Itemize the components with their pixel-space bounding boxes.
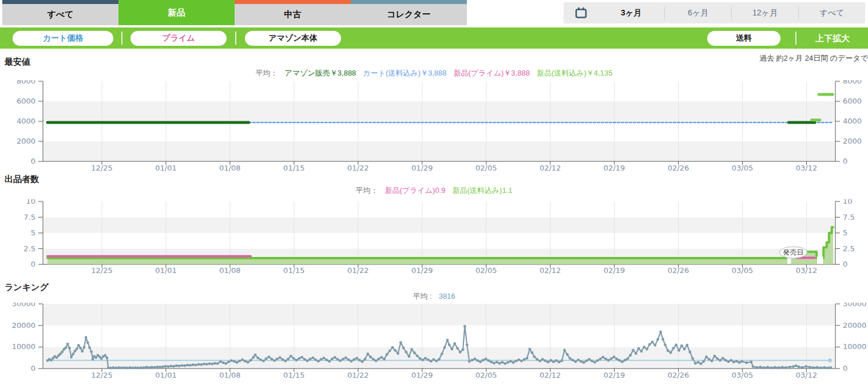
svg-text:01/08: 01/08 bbox=[219, 266, 240, 275]
svg-text:02/26: 02/26 bbox=[668, 164, 689, 172]
range-3-months[interactable]: 3ヶ月 bbox=[598, 2, 664, 23]
svg-text:6000: 6000 bbox=[17, 97, 35, 105]
legend-item: 平均 : bbox=[413, 292, 431, 300]
prime-button[interactable]: プライム bbox=[130, 31, 227, 46]
svg-text:02/19: 02/19 bbox=[604, 266, 625, 275]
tab-label: すべて bbox=[2, 4, 118, 25]
tab-label: 中古 bbox=[235, 4, 351, 25]
sellers-chart-title: 出品者数 bbox=[5, 174, 39, 185]
svg-text:0: 0 bbox=[31, 157, 35, 165]
tab-label: 新品 bbox=[118, 0, 235, 25]
svg-text:発売日: 発売日 bbox=[782, 248, 803, 256]
svg-text:30000: 30000 bbox=[12, 303, 35, 308]
tab-collector[interactable]: コレクター bbox=[351, 0, 467, 25]
legend-item: 新品(プライム)0.9 bbox=[385, 186, 446, 195]
svg-text:7.5: 7.5 bbox=[843, 213, 855, 221]
svg-text:02/05: 02/05 bbox=[475, 164, 497, 172]
sellers-chart[interactable]: 12/2501/0101/0801/1501/2201/2902/0502/12… bbox=[0, 199, 868, 276]
svg-text:0: 0 bbox=[843, 364, 847, 373]
svg-text:10: 10 bbox=[26, 199, 35, 205]
amazon-button[interactable]: アマゾン本体 bbox=[245, 31, 341, 46]
price-chart-averages: 平均：アマゾン販売￥3,888カート(送料込み)￥3,888新品(プライム)￥3… bbox=[0, 68, 868, 78]
svg-text:12/25: 12/25 bbox=[91, 371, 112, 379]
separator bbox=[795, 31, 796, 45]
svg-text:10000: 10000 bbox=[12, 342, 35, 351]
tab-new[interactable]: 新品 bbox=[118, 0, 235, 25]
svg-text:8000: 8000 bbox=[17, 80, 35, 85]
svg-text:02/05: 02/05 bbox=[475, 371, 497, 379]
svg-text:02/05: 02/05 bbox=[475, 266, 497, 275]
range-12-months[interactable]: 12ヶ月 bbox=[732, 2, 798, 23]
legend-item: 3816 bbox=[439, 292, 455, 300]
svg-text:0: 0 bbox=[843, 260, 847, 268]
svg-text:5: 5 bbox=[31, 228, 35, 237]
svg-text:01/01: 01/01 bbox=[155, 164, 176, 172]
svg-text:02/12: 02/12 bbox=[540, 164, 561, 172]
svg-text:5: 5 bbox=[843, 228, 847, 237]
legend-item: 平均： bbox=[256, 69, 278, 77]
legend-item: 平均： bbox=[356, 186, 378, 195]
cart-price-button[interactable]: カート価格 bbox=[13, 31, 113, 46]
svg-text:2.5: 2.5 bbox=[843, 244, 855, 253]
tab-accent-strip bbox=[351, 0, 467, 4]
separator bbox=[235, 31, 236, 45]
svg-text:03/12: 03/12 bbox=[796, 266, 817, 275]
ranking-chart[interactable]: 12/2501/0101/0801/1501/2201/2902/0502/12… bbox=[0, 303, 868, 384]
svg-text:03/05: 03/05 bbox=[732, 266, 753, 275]
price-chart[interactable]: 12/2501/0101/0801/1501/2201/2902/0502/12… bbox=[0, 80, 868, 175]
svg-text:01/22: 01/22 bbox=[347, 266, 368, 275]
expand-vertical-button[interactable]: 上下拡大 bbox=[801, 27, 864, 49]
svg-text:12/25: 12/25 bbox=[91, 266, 112, 275]
svg-text:02/12: 02/12 bbox=[540, 266, 561, 275]
tab-accent-strip bbox=[235, 0, 351, 4]
price-chart-title: 最安値 bbox=[5, 57, 30, 68]
svg-text:01/15: 01/15 bbox=[283, 164, 304, 172]
svg-text:03/12: 03/12 bbox=[796, 164, 817, 172]
svg-text:12/25: 12/25 bbox=[91, 164, 112, 172]
svg-text:02/12: 02/12 bbox=[540, 371, 561, 379]
period-note: 過去 約2ヶ月 24日間 のデータで bbox=[759, 53, 868, 64]
svg-text:01/29: 01/29 bbox=[411, 371, 433, 379]
svg-text:01/08: 01/08 bbox=[219, 164, 240, 172]
svg-text:2000: 2000 bbox=[843, 137, 862, 145]
separator bbox=[121, 31, 122, 45]
tab-used[interactable]: 中古 bbox=[235, 0, 351, 25]
svg-text:7.5: 7.5 bbox=[23, 213, 35, 221]
legend-item: アマゾン販売￥3,888 bbox=[285, 69, 356, 77]
ranking-chart-averages: 平均 :3816 bbox=[0, 291, 868, 302]
svg-text:01/29: 01/29 bbox=[411, 164, 433, 172]
svg-text:2.5: 2.5 bbox=[23, 244, 35, 253]
svg-text:01/15: 01/15 bbox=[283, 266, 304, 275]
svg-text:6000: 6000 bbox=[843, 97, 862, 105]
svg-text:02/19: 02/19 bbox=[604, 164, 625, 172]
calendar-icon bbox=[564, 6, 598, 19]
svg-text:01/01: 01/01 bbox=[155, 371, 176, 379]
svg-text:4000: 4000 bbox=[17, 117, 35, 125]
tab-label: コレクター bbox=[351, 4, 467, 25]
legend-item: 新品(送料込み)￥4,135 bbox=[537, 69, 613, 77]
svg-text:03/05: 03/05 bbox=[732, 371, 753, 379]
svg-text:03/12: 03/12 bbox=[796, 371, 817, 379]
svg-text:02/26: 02/26 bbox=[668, 371, 689, 379]
range-6-months[interactable]: 6ヶ月 bbox=[665, 2, 731, 23]
tab-all[interactable]: すべて bbox=[2, 0, 118, 25]
svg-text:01/01: 01/01 bbox=[155, 266, 176, 275]
svg-text:8000: 8000 bbox=[843, 80, 862, 85]
svg-text:01/15: 01/15 bbox=[283, 371, 304, 379]
sellers-chart-averages: 平均：新品(プライム)0.9新品(送料込み)1.1 bbox=[0, 185, 868, 196]
svg-text:20000: 20000 bbox=[843, 321, 866, 330]
series-toolbar: カート価格 プライム アマゾン本体 送料 上下拡大 bbox=[0, 27, 868, 49]
svg-text:10000: 10000 bbox=[843, 342, 866, 351]
svg-text:02/26: 02/26 bbox=[668, 266, 689, 275]
time-range-selector: 3ヶ月 6ヶ月 12ヶ月 すべて bbox=[564, 2, 865, 23]
svg-text:01/29: 01/29 bbox=[411, 266, 433, 275]
svg-text:01/22: 01/22 bbox=[347, 371, 368, 379]
svg-text:10: 10 bbox=[843, 199, 853, 205]
svg-text:20000: 20000 bbox=[12, 321, 35, 330]
range-all[interactable]: すべて bbox=[799, 2, 865, 23]
svg-text:2000: 2000 bbox=[17, 137, 35, 145]
svg-text:03/05: 03/05 bbox=[732, 164, 753, 172]
svg-text:4000: 4000 bbox=[843, 117, 862, 125]
svg-text:0: 0 bbox=[31, 364, 35, 373]
shipping-button[interactable]: 送料 bbox=[707, 31, 780, 46]
